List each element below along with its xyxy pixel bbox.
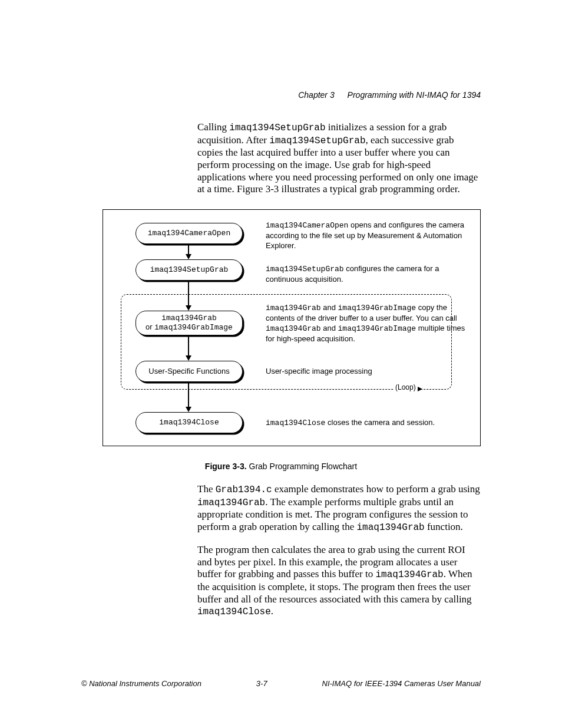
paragraph-2: The Grab1394.c example demonstrates how … xyxy=(197,483,480,533)
code: imaq1394Grab xyxy=(197,498,265,508)
flow-connector xyxy=(188,383,189,407)
code: Grab1394.c xyxy=(216,485,272,495)
code: imaq1394SetupGrab xyxy=(269,136,365,146)
text: The xyxy=(197,483,216,495)
text: function. xyxy=(425,521,463,532)
flow-label: imaq1394CameraOpen xyxy=(136,229,242,238)
code: imaq1394GrabImage xyxy=(338,324,416,333)
figure-caption: Figure 3-3. Grab Programming Flowchart xyxy=(0,462,562,471)
page: Chapter 3 Programming with NI-IMAQ for 1… xyxy=(0,0,562,728)
text: and xyxy=(321,324,338,332)
code: imaq1394Grab xyxy=(266,324,321,333)
chapter-title: Programming with NI-IMAQ for 1394 xyxy=(348,90,481,100)
flow-desc-2: imaq1394SetupGrab configures the camera … xyxy=(266,264,466,285)
flow-label: imaq1394Grab xyxy=(161,314,217,322)
flow-box-camera-open: imaq1394CameraOpen xyxy=(135,223,243,244)
arrow-down-icon xyxy=(186,254,191,259)
flow-label: imaq1394GrabImage xyxy=(154,323,233,332)
code: imaq1394SetupGrab xyxy=(229,123,325,133)
footer-copyright: © National Instruments Corporation xyxy=(81,679,201,688)
flow-label: imaq1394SetupGrab xyxy=(136,266,242,274)
code: imaq1394Close xyxy=(197,607,271,617)
flow-box-setup-grab: imaq1394SetupGrab xyxy=(135,259,243,281)
flow-label: imaq1394Close xyxy=(136,419,242,427)
flow-label: User-Specific Functions xyxy=(136,367,242,375)
text: and xyxy=(321,303,338,312)
arrow-down-icon xyxy=(186,407,191,412)
footer-page-number: 3-7 xyxy=(256,679,267,688)
flow-desc-3: imaq1394Grab and imaq1394GrabImage copy … xyxy=(266,303,466,344)
flow-label: or xyxy=(146,322,154,331)
figure-title: Grab Programming Flowchart xyxy=(247,462,358,471)
flow-desc-5: imaq1394Close closes the camera and sess… xyxy=(266,418,466,429)
flow-box-close: imaq1394Close xyxy=(135,412,243,433)
code: imaq1394Grab xyxy=(356,522,424,533)
chapter-label: Chapter 3 xyxy=(298,90,334,100)
flow-desc-4: User-specific image processing xyxy=(266,367,466,377)
flow-box-grab: imaq1394Grab or imaq1394GrabImage xyxy=(135,311,243,335)
code: imaq1394SetupGrab xyxy=(266,265,344,274)
page-footer: © National Instruments Corporation 3-7 N… xyxy=(81,679,481,688)
code: imaq1394Close xyxy=(266,419,325,427)
text: example demonstrates how to perform a gr… xyxy=(272,483,480,495)
paragraph-3: The program then calculates the area to … xyxy=(197,544,480,618)
footer-manual-title: NI-IMAQ for IEEE-1394 Cameras User Manua… xyxy=(322,679,481,688)
text: Calling xyxy=(197,121,229,133)
text: closes the camera and session. xyxy=(325,418,435,427)
arrow-down-icon xyxy=(186,355,191,361)
code: imaq1394Grab xyxy=(266,304,321,312)
paragraph-1: Calling imaq1394SetupGrab initializes a … xyxy=(197,121,480,196)
flow-desc-1: imaq1394CameraOpen opens and configures … xyxy=(266,220,466,251)
page-header: Chapter 3 Programming with NI-IMAQ for 1… xyxy=(298,90,481,100)
loop-label: (Loop) xyxy=(394,383,418,391)
code: imaq1394Grab xyxy=(375,569,443,580)
code: imaq1394GrabImage xyxy=(338,304,416,312)
text: . xyxy=(271,605,273,617)
flow-connector xyxy=(188,336,189,356)
figure-3-3: imaq1394CameraOpen imaq1394SetupGrab ima… xyxy=(103,209,481,446)
figure-number: Figure 3-3. xyxy=(205,462,247,471)
code: imaq1394CameraOpen xyxy=(266,221,348,230)
arrow-right-icon xyxy=(418,387,422,391)
flow-box-user-functions: User-Specific Functions xyxy=(135,361,243,382)
flow-connector xyxy=(188,245,189,255)
